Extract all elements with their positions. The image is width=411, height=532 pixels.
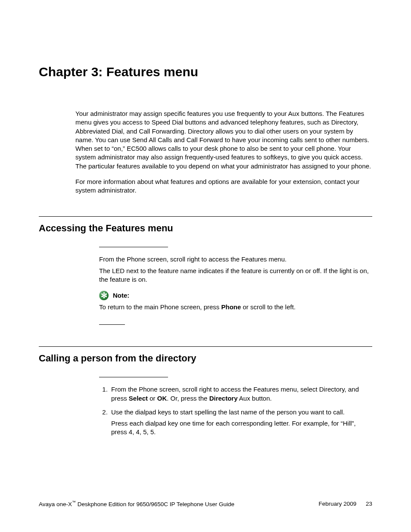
note-text: To return to the main Phone screen, pres…	[99, 303, 372, 311]
page-number: 23	[366, 501, 372, 507]
note-label: Note:	[113, 291, 129, 300]
text-span: . Or, press the	[167, 395, 209, 402]
section-title-accessing: Accessing the Features menu	[39, 223, 372, 234]
list-item: Use the dialpad keys to start spelling t…	[109, 408, 372, 437]
short-divider-end	[99, 324, 125, 325]
intro-paragraph-2: For more information about what features…	[75, 177, 372, 195]
sub-paragraph: Press each dialpad key one time for each…	[111, 419, 372, 437]
short-divider	[99, 377, 168, 377]
list-item: From the Phone screen, scroll right to a…	[109, 385, 372, 403]
footer-date: February 2009	[318, 501, 356, 507]
intro-paragraph-1: Your administrator may assign specific f…	[75, 109, 372, 171]
section-divider	[39, 216, 372, 217]
product-name-post: Deskphone Edition for 9650/9650C IP Tele…	[76, 501, 234, 507]
note-icon: ✻	[99, 291, 109, 300]
document-page: Chapter 3: Features menu Your administra…	[0, 0, 411, 532]
intro-block: Your administrator may assign specific f…	[75, 109, 372, 195]
short-divider	[99, 247, 168, 247]
bold-text: Directory	[209, 395, 238, 402]
text-span: Aux button.	[237, 395, 271, 402]
text-span: To return to the main Phone screen, pres…	[99, 303, 221, 311]
bold-text: OK	[157, 395, 167, 402]
chapter-title: Chapter 3: Features menu	[39, 65, 372, 79]
text-span: Use the dialpad keys to start spelling t…	[111, 408, 345, 416]
text-span: or scroll to the left.	[241, 303, 296, 311]
steps-list: From the Phone screen, scroll right to a…	[99, 385, 372, 436]
page-footer: Avaya one-X™ Deskphone Edition for 9650/…	[39, 500, 372, 507]
bold-text: Select	[129, 395, 148, 402]
section-body-accessing: From the Phone screen, scroll right to a…	[99, 255, 372, 311]
body-paragraph: The LED next to the feature name indicat…	[99, 267, 372, 284]
product-name-pre: Avaya one-X	[39, 501, 72, 507]
section-divider	[39, 346, 372, 347]
footer-product: Avaya one-X™ Deskphone Edition for 9650/…	[39, 500, 234, 507]
footer-meta: February 2009 23	[318, 501, 372, 507]
trademark-symbol: ™	[72, 500, 76, 504]
section-title-calling: Calling a person from the directory	[39, 353, 372, 364]
body-paragraph: From the Phone screen, scroll right to a…	[99, 255, 372, 264]
text-span: or	[148, 395, 157, 402]
note-header: ✻ Note:	[99, 291, 372, 300]
bold-text: Phone	[221, 303, 241, 311]
